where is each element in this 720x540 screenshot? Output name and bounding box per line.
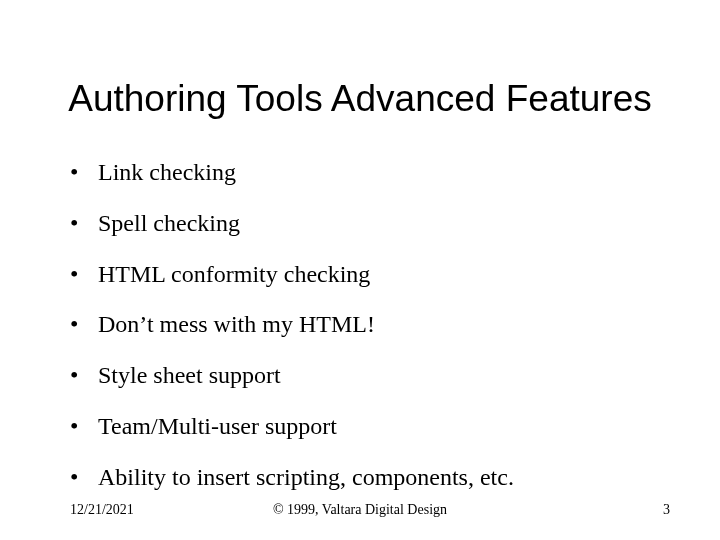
bullet-icon: •	[70, 361, 98, 390]
slide-title: Authoring Tools Advanced Features	[0, 78, 720, 120]
list-item: • Don’t mess with my HTML!	[70, 310, 660, 339]
list-item: • HTML conformity checking	[70, 260, 660, 289]
bullet-icon: •	[70, 209, 98, 238]
list-item: • Team/Multi-user support	[70, 412, 660, 441]
list-item-text: Link checking	[98, 158, 236, 187]
list-item-text: Team/Multi-user support	[98, 412, 337, 441]
footer-copyright: © 1999, Valtara Digital Design	[0, 502, 720, 518]
list-item-text: Style sheet support	[98, 361, 281, 390]
slide-body: • Link checking • Spell checking • HTML …	[70, 158, 660, 514]
list-item: • Ability to insert scripting, component…	[70, 463, 660, 492]
bullet-icon: •	[70, 158, 98, 187]
bullet-icon: •	[70, 260, 98, 289]
list-item-text: Don’t mess with my HTML!	[98, 310, 375, 339]
list-item-text: Spell checking	[98, 209, 240, 238]
list-item: • Spell checking	[70, 209, 660, 238]
bullet-icon: •	[70, 310, 98, 339]
bullet-icon: •	[70, 463, 98, 492]
slide: Authoring Tools Advanced Features • Link…	[0, 0, 720, 540]
bullet-icon: •	[70, 412, 98, 441]
list-item: • Style sheet support	[70, 361, 660, 390]
list-item-text: Ability to insert scripting, components,…	[98, 463, 514, 492]
list-item-text: HTML conformity checking	[98, 260, 370, 289]
list-item: • Link checking	[70, 158, 660, 187]
footer-page-number: 3	[663, 502, 670, 518]
